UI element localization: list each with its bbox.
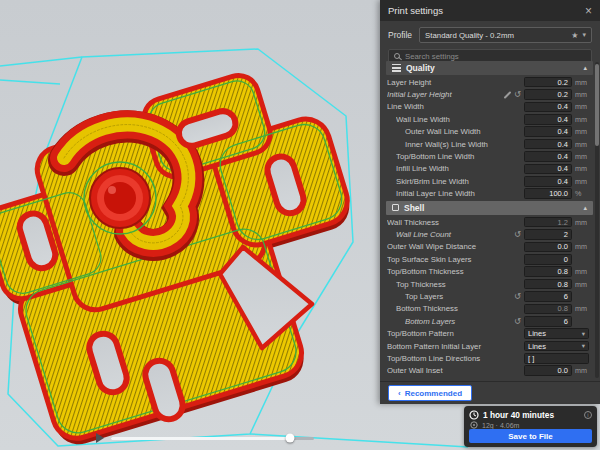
setting-row[interactable]: Outer Wall Wipe Distance0.0mm <box>380 241 593 253</box>
profile-label: Profile <box>388 30 412 40</box>
print-job-summary: 1 hour 40 minutes i 12g · 4.06m Save to … <box>464 406 597 447</box>
setting-unit: mm <box>575 152 589 161</box>
close-icon[interactable]: × <box>585 5 592 17</box>
setting-row[interactable]: Top/Bottom Line Directions[ ] <box>380 352 593 364</box>
setting-unit: mm <box>575 140 589 149</box>
pencil-icon[interactable] <box>503 91 511 99</box>
setting-row[interactable]: Skirt/Brim Line Width0.4mm <box>380 175 593 187</box>
setting-row[interactable]: Inner Wall(s) Line Width0.4mm <box>380 138 593 150</box>
material-usage: 12g · 4.06m <box>482 422 519 429</box>
section-header-quality[interactable]: Quality▴ <box>386 61 593 75</box>
setting-dropdown[interactable]: Lines▾ <box>524 341 589 352</box>
setting-value-field[interactable]: 100.0 <box>524 188 572 199</box>
setting-row[interactable]: Top/Bottom Thickness0.8mm <box>380 265 593 277</box>
print-settings-panel: Print settings × Profile Standard Qualit… <box>380 0 600 404</box>
settings-list[interactable]: Quality▴Layer Height0.2mmInitial Layer H… <box>380 60 593 380</box>
panel-title: Print settings <box>388 5 443 16</box>
setting-unit: mm <box>575 304 589 313</box>
play-icon[interactable] <box>96 433 104 443</box>
setting-text-field[interactable]: [ ] <box>524 353 589 364</box>
setting-value-field[interactable]: 0.0 <box>524 365 572 376</box>
setting-label: Top Layers <box>405 292 511 301</box>
setting-value-field[interactable]: 0.4 <box>524 126 572 137</box>
shell-icon <box>392 204 399 211</box>
setting-value-field[interactable]: 6 <box>524 316 572 327</box>
print-time: 1 hour 40 minutes <box>483 410 580 420</box>
star-icon[interactable]: ★ <box>571 31 578 40</box>
setting-value-field[interactable]: 0.4 <box>524 176 572 187</box>
setting-row[interactable]: Initial Layer Line Width100.0% <box>380 188 593 200</box>
recommended-button[interactable]: ‹ Recommended <box>388 385 472 401</box>
setting-label: Bottom Pattern Initial Layer <box>387 342 521 351</box>
setting-row[interactable]: Outer Wall Line Width0.4mm <box>380 126 593 138</box>
setting-row[interactable]: Bottom Layers↺6 <box>380 315 593 327</box>
slider-handle[interactable] <box>285 434 294 443</box>
setting-row[interactable]: Bottom Thickness0.8mm <box>380 303 593 315</box>
setting-value-field[interactable]: 0 <box>524 254 572 265</box>
chevron-down-icon: ▾ <box>582 342 585 350</box>
setting-dropdown[interactable]: Lines▾ <box>524 328 589 339</box>
setting-row[interactable]: Top Surface Skin Layers0 <box>380 253 593 265</box>
print-time-row: 1 hour 40 minutes i <box>469 410 592 420</box>
setting-value-field[interactable]: 0.8 <box>524 266 572 277</box>
reset-icon[interactable]: ↺ <box>514 317 521 326</box>
reset-icon[interactable]: ↺ <box>514 230 521 239</box>
scrollbar-thumb[interactable] <box>595 64 599 146</box>
chevron-down-icon: ▾ <box>582 330 585 338</box>
setting-unit: mm <box>575 267 589 276</box>
setting-row[interactable]: Layer Height0.2mm <box>380 76 593 88</box>
setting-value-field[interactable]: 0.8 <box>524 304 572 315</box>
slider-track[interactable] <box>111 437 314 440</box>
setting-label: Skirt/Brim Line Width <box>396 177 521 186</box>
panel-header: Print settings × <box>380 0 600 21</box>
section-header-shell[interactable]: Shell▴ <box>386 201 593 215</box>
model-cylinder <box>84 162 156 234</box>
setting-unit: mm <box>575 115 589 124</box>
setting-row[interactable]: Top Layers↺6 <box>380 290 593 302</box>
setting-label: Initial Layer Height <box>387 90 500 99</box>
setting-label: Infill Line Width <box>396 164 521 173</box>
setting-row[interactable]: Line Width0.4mm <box>380 101 593 113</box>
setting-value-field[interactable]: 2 <box>524 229 572 240</box>
setting-row[interactable]: Top/Bottom Line Width0.4mm <box>380 150 593 162</box>
setting-value-field[interactable]: 6 <box>524 291 572 302</box>
setting-row[interactable]: Outer Wall Inset0.0mm <box>380 365 593 377</box>
setting-row[interactable]: Wall Line Count↺2 <box>380 228 593 240</box>
setting-value-field[interactable]: 0.2 <box>524 89 572 100</box>
setting-value-field[interactable]: 0.2 <box>524 77 572 88</box>
setting-unit: mm <box>575 218 589 227</box>
setting-label: Bottom Thickness <box>396 304 521 313</box>
section-title: Quality <box>406 63 435 73</box>
setting-label: Initial Layer Line Width <box>396 189 521 198</box>
setting-row[interactable]: Top/Bottom PatternLines▾ <box>380 327 593 339</box>
recommended-label: Recommended <box>405 389 462 398</box>
setting-value-field[interactable]: 0.4 <box>524 102 572 113</box>
setting-row[interactable]: Wall Thickness1.2mm <box>380 216 593 228</box>
simulation-slider[interactable] <box>96 430 314 446</box>
setting-value-field[interactable]: 1.2 <box>524 217 572 228</box>
setting-label: Top/Bottom Pattern <box>387 329 521 338</box>
setting-value-field[interactable]: 0.4 <box>524 151 572 162</box>
dropdown-value: Lines <box>528 329 546 338</box>
reset-icon[interactable]: ↺ <box>514 90 521 99</box>
setting-row[interactable]: Top Thickness0.8mm <box>380 278 593 290</box>
setting-label: Top/Bottom Thickness <box>387 267 521 276</box>
setting-value-field[interactable]: 0.4 <box>524 114 572 125</box>
setting-row[interactable]: Infill Line Width0.4mm <box>380 163 593 175</box>
info-icon[interactable]: i <box>584 411 592 419</box>
save-to-file-button[interactable]: Save to File <box>469 429 592 443</box>
setting-value-field[interactable]: 0.4 <box>524 139 572 150</box>
setting-row[interactable]: Initial Layer Height↺0.2mm <box>380 88 593 100</box>
setting-value-field[interactable]: 0.0 <box>524 242 572 253</box>
setting-label: Wall Line Count <box>396 230 511 239</box>
reset-icon[interactable]: ↺ <box>514 292 521 301</box>
setting-value-field[interactable]: 0.4 <box>524 164 572 175</box>
setting-row[interactable]: Bottom Pattern Initial LayerLines▾ <box>380 340 593 352</box>
setting-value-field[interactable]: 0.8 <box>524 279 572 290</box>
setting-row[interactable]: Wall Line Width0.4mm <box>380 113 593 125</box>
profile-dropdown[interactable]: Standard Quality - 0.2mm ★ ▾ <box>419 27 592 43</box>
setting-label: Line Width <box>387 102 521 111</box>
chevron-down-icon: ▾ <box>582 31 586 39</box>
section-title: Shell <box>404 203 424 213</box>
scrollbar[interactable] <box>595 62 599 378</box>
